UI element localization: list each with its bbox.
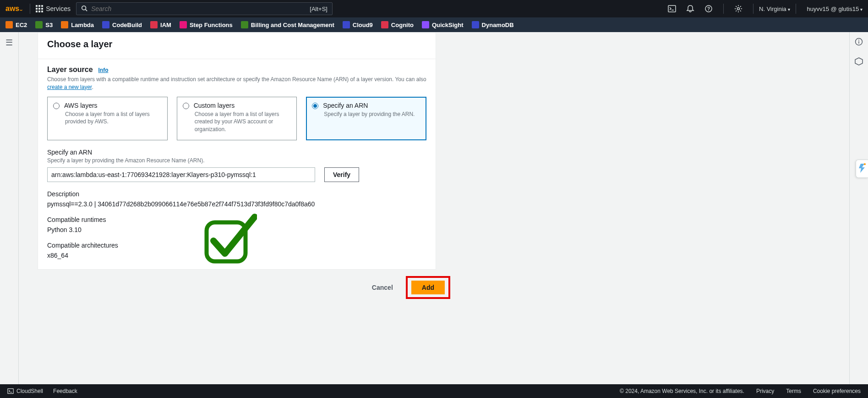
service-label: Cloud9: [353, 22, 373, 28]
architectures-label: Compatible architectures: [47, 242, 426, 249]
service-label: DynamoDB: [482, 22, 514, 28]
search-input[interactable]: [91, 5, 183, 12]
service-shortcut-iam[interactable]: IAM: [150, 21, 171, 28]
menu-toggle-icon[interactable]: ☰: [5, 38, 13, 384]
cookies-link[interactable]: Cookie preferences: [813, 388, 861, 394]
cloudshell-icon[interactable]: [667, 4, 677, 13]
service-label: Lambda: [71, 22, 94, 28]
panel-header: Choose a layer: [38, 32, 436, 59]
panel-body: Layer source Info Choose from layers wit…: [38, 59, 436, 270]
service-label: S3: [45, 22, 53, 28]
bolt-icon: [858, 166, 866, 174]
page-title: Choose a layer: [47, 39, 426, 50]
radio-desc: Choose a layer from a list of layers cre…: [195, 111, 291, 133]
radio-icon: [183, 103, 189, 109]
architectures-value: x86_64: [47, 252, 426, 259]
service-icon: [343, 21, 350, 28]
service-shortcut-dynamodb[interactable]: DynamoDB: [472, 21, 514, 28]
service-shortcut-cognito[interactable]: Cognito: [381, 21, 414, 28]
service-shortcut-billing-and-cost-management[interactable]: Billing and Cost Management: [241, 21, 334, 28]
layer-source-title: Layer source: [47, 66, 93, 73]
create-layer-link[interactable]: create a new layer: [47, 84, 92, 90]
codewhisperer-float[interactable]: [856, 160, 868, 178]
service-icon: [35, 21, 43, 28]
diagnostic-panel-icon[interactable]: [855, 57, 863, 68]
svg-point-0: [82, 6, 86, 10]
service-shortcut-quicksight[interactable]: QuickSight: [422, 21, 464, 28]
service-label: CodeBuild: [112, 22, 142, 28]
services-menu-button[interactable]: Services: [36, 5, 71, 12]
radio-specify-arn[interactable]: Specify an ARN Specify a layer by provid…: [306, 97, 426, 140]
verify-button[interactable]: Verify: [324, 167, 359, 182]
feedback-label: Feedback: [53, 388, 77, 394]
cancel-button[interactable]: Cancel: [364, 276, 401, 299]
aws-logo[interactable]: aws ⌣: [5, 5, 22, 13]
info-link[interactable]: Info: [98, 67, 109, 73]
radio-custom-layers[interactable]: Custom layers Choose a layer from a list…: [177, 97, 297, 140]
service-label: IAM: [160, 22, 171, 28]
radio-title: Specify an ARN: [323, 102, 368, 109]
global-search[interactable]: [Alt+S]: [76, 2, 333, 15]
service-label: EC2: [16, 22, 27, 28]
cloudshell-link[interactable]: CloudShell: [7, 388, 43, 394]
radio-desc: Choose a layer from a list of layers pro…: [65, 111, 162, 126]
info-panel-icon[interactable]: [855, 38, 863, 48]
description-block: Description pymssql==2.3.0 | 34061d77d26…: [47, 190, 426, 208]
cloudshell-label: CloudShell: [16, 388, 43, 394]
svg-line-1: [86, 9, 87, 11]
svg-text:?: ?: [707, 6, 710, 11]
region-selector[interactable]: N. Virginia: [759, 6, 790, 12]
services-label: Services: [46, 5, 71, 12]
service-shortcut-cloud9[interactable]: Cloud9: [343, 21, 373, 28]
feedback-link[interactable]: Feedback: [53, 388, 77, 394]
divider: [30, 4, 30, 14]
user-menu[interactable]: huyvv15 @ glutis15: [807, 6, 863, 12]
service-label: Step Functions: [190, 22, 233, 28]
help-icon[interactable]: ?: [704, 4, 713, 13]
footer: CloudShell Feedback © 2024, Amazon Web S…: [0, 384, 868, 398]
right-panel-collapsed: [849, 32, 868, 384]
service-shortcut-codebuild[interactable]: CodeBuild: [102, 21, 142, 28]
highlight-box: Add: [406, 276, 450, 299]
runtimes-block: Compatible runtimes Python 3.10: [47, 216, 426, 233]
service-icon: [422, 21, 429, 28]
divider: [753, 4, 753, 14]
privacy-link[interactable]: Privacy: [756, 388, 774, 394]
aws-logo-swoosh: ⌣: [20, 7, 22, 12]
search-icon: [81, 5, 87, 13]
service-shortcut-lambda[interactable]: Lambda: [61, 21, 94, 28]
service-shortcut-s3[interactable]: S3: [35, 21, 53, 28]
runtimes-label: Compatible runtimes: [47, 216, 426, 223]
service-shortcut-step-functions[interactable]: Step Functions: [180, 21, 233, 28]
service-icon: [241, 21, 248, 28]
service-label: Cognito: [391, 22, 414, 28]
service-icon: [102, 21, 109, 28]
search-shortcut: [Alt+S]: [310, 6, 328, 12]
description-label: Description: [47, 190, 426, 198]
aws-logo-text: aws: [5, 5, 19, 13]
sidebar-collapsed: ☰: [0, 32, 19, 384]
arn-input[interactable]: [47, 167, 315, 182]
settings-icon[interactable]: [734, 4, 743, 13]
radio-icon: [312, 103, 318, 109]
terms-link[interactable]: Terms: [786, 388, 801, 394]
svg-point-6: [737, 8, 740, 10]
service-shortcut-ec2[interactable]: EC2: [5, 21, 27, 28]
radio-title: Custom layers: [194, 102, 235, 109]
notifications-icon[interactable]: [686, 4, 695, 13]
service-icon: [381, 21, 388, 28]
radio-icon: [53, 103, 60, 109]
service-label: Billing and Cost Management: [251, 22, 334, 28]
add-button[interactable]: Add: [411, 281, 445, 294]
service-icon: [180, 21, 187, 28]
service-icon: [61, 21, 68, 28]
service-icon: [5, 21, 13, 28]
global-nav: aws ⌣ Services [Alt+S] ? N. Virginia huy…: [0, 0, 868, 17]
help-text: Choose from layers with a compatible run…: [47, 76, 426, 83]
divider: [796, 4, 796, 14]
radio-aws-layers[interactable]: AWS layers Choose a layer from a list of…: [47, 97, 168, 140]
divider: [723, 4, 724, 14]
description-value: pymssql==2.3.0 | 34061d77d268b2b09906611…: [47, 200, 426, 208]
svg-rect-2: [668, 6, 676, 12]
copyright: © 2024, Amazon Web Services, Inc. or its…: [620, 388, 744, 394]
